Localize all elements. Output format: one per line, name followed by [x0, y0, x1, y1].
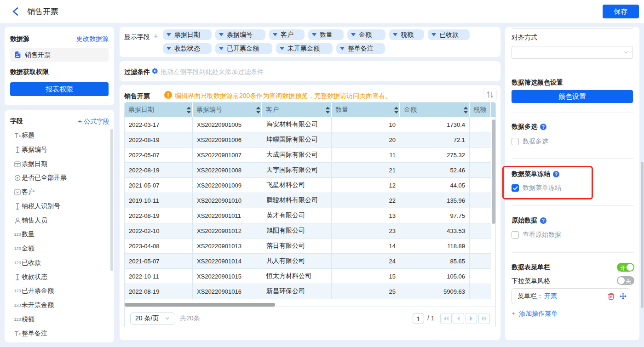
svg-text:7: 7: [17, 163, 18, 166]
